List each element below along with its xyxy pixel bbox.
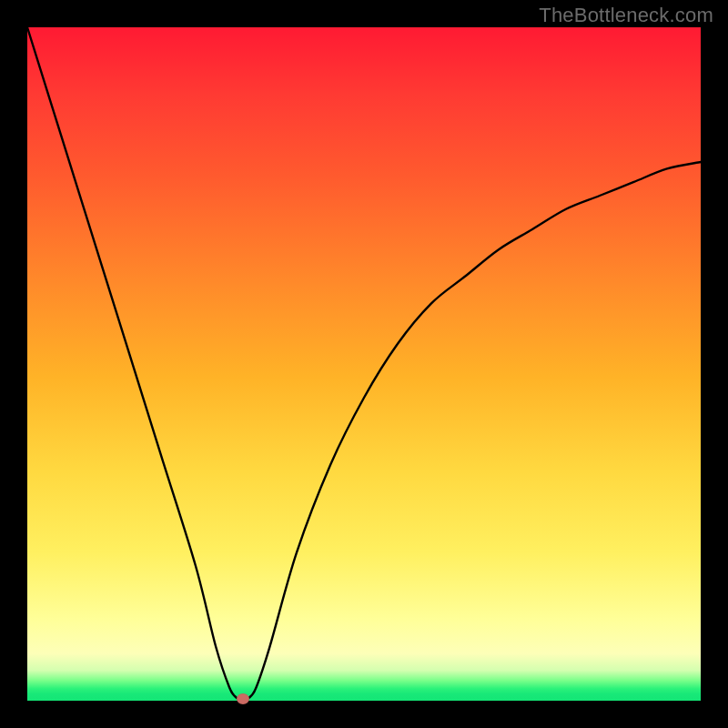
outer-frame: TheBottleneck.com: [0, 0, 728, 728]
bottleneck-minimum-marker: [237, 693, 249, 704]
plot-area: [27, 27, 701, 701]
watermark-text: TheBottleneck.com: [539, 4, 713, 27]
bottleneck-curve: [27, 27, 701, 701]
